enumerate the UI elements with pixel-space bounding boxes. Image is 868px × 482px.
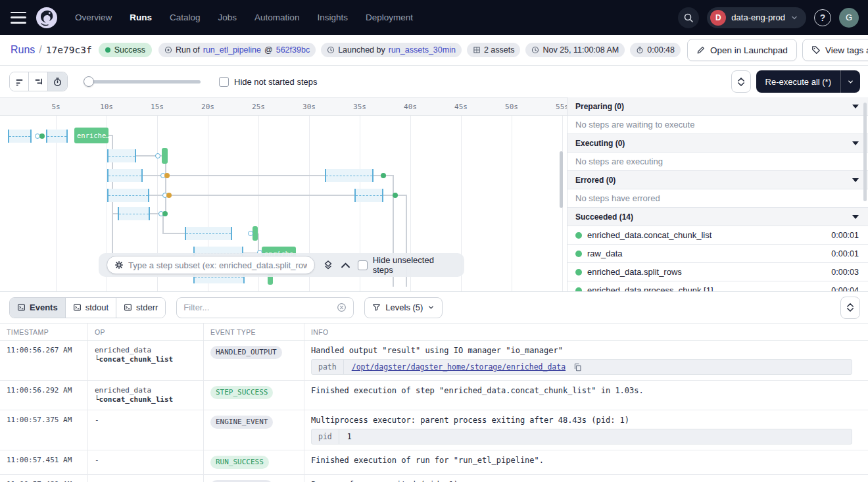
view-waterfall-button[interactable] — [29, 72, 48, 91]
nav-item[interactable]: Deployment — [366, 12, 413, 22]
log-filter-box[interactable] — [176, 297, 354, 318]
row-text: Executing (0) — [575, 139, 625, 148]
log-row[interactable]: 11:00:57.451 AM - RUN_SUCCESS Finished e… — [0, 450, 868, 475]
log-tab[interactable]: stderr — [116, 298, 165, 318]
steps-panel-row[interactable]: No steps are executing — [567, 153, 868, 171]
user-avatar[interactable]: G — [839, 8, 859, 28]
steps-panel-row[interactable]: enriched_data.split_rows 0:00:03 — [567, 263, 868, 281]
step-subset-inputbox[interactable] — [107, 256, 315, 274]
steps-panel-row[interactable]: raw_data 0:00:01 — [567, 245, 868, 263]
steps-panel-row[interactable]: enriched_data.process_chunk [1] 0:00:04 — [567, 281, 868, 291]
search-button[interactable] — [678, 7, 699, 28]
step-waiting-box[interactable] — [118, 207, 150, 220]
gantt-scrollbar-thumb[interactable] — [560, 151, 563, 208]
reexecute-all-button[interactable]: Re-execute all (*) — [756, 70, 840, 93]
step-waiting-box[interactable] — [46, 130, 68, 143]
log-row[interactable]: 11:00:57.489 AM - ENGINE_EVENT Process f… — [0, 475, 868, 482]
step-marker-dot[interactable] — [248, 231, 253, 236]
levels-filter-button[interactable]: Levels (5) — [364, 297, 443, 318]
tag-assets[interactable]: 2 assets — [467, 43, 521, 57]
header-actions: Open in Launchpad View tags and config — [687, 39, 868, 61]
step-waiting-box[interactable] — [107, 149, 136, 162]
axis-tick-label: 35s — [353, 103, 366, 111]
schedule-link[interactable]: run_assets_30min — [389, 45, 456, 55]
metadata-value[interactable]: 1 — [339, 432, 360, 441]
commit-link[interactable]: 562f39bc — [276, 45, 310, 55]
steps-panel-row[interactable]: Succeeded (14) — [567, 208, 868, 226]
step-marker-dot[interactable] — [166, 193, 172, 198]
dagster-logo-icon[interactable] — [36, 7, 58, 29]
step-bar[interactable] — [162, 148, 168, 164]
step-waiting-box[interactable] — [354, 189, 383, 202]
gantt-chart[interactable]: 5s10s15s20s25s30s35s40s45s50s55s enriche… — [0, 97, 567, 291]
run-tags: Run of run_etl_pipeline @ 562f39bc Launc… — [158, 43, 681, 57]
open-in-launchpad-button[interactable]: Open in Launchpad — [687, 39, 797, 61]
log-op-group: - — [95, 456, 197, 465]
nav-item[interactable]: Catalog — [170, 12, 201, 22]
steps-panel-row[interactable]: Executing (0) — [567, 134, 868, 153]
step-waiting-box[interactable] — [107, 189, 149, 202]
step-marker-dot[interactable] — [393, 193, 398, 198]
view-tags-config-button[interactable]: View tags and config — [802, 39, 868, 61]
workspace-switcher[interactable]: D data-eng-prod — [707, 7, 806, 28]
nav-item[interactable]: Insights — [317, 12, 348, 22]
step-duration: 0:00:04 — [831, 286, 859, 292]
log-panel-resize-button[interactable] — [840, 297, 860, 319]
job-link[interactable]: run_etl_pipeline — [203, 45, 261, 55]
step-waiting-box[interactable] — [8, 130, 32, 143]
nav-item[interactable]: Runs — [130, 12, 152, 22]
checkbox-box[interactable] — [358, 260, 368, 270]
step-bar[interactable]: enriche… — [74, 128, 108, 143]
help-button[interactable]: ? — [814, 9, 831, 26]
step-marker-dot[interactable] — [155, 153, 160, 158]
log-tab[interactable]: stdout — [66, 298, 116, 318]
steps-panel-row[interactable]: Errored (0) — [567, 171, 868, 189]
axis-tick-label: 40s — [404, 103, 417, 111]
steps-panel-row[interactable]: Preparing (0) — [567, 97, 868, 116]
step-waiting-box[interactable] — [107, 169, 143, 182]
step-marker-dot[interactable] — [381, 173, 386, 178]
view-flat-button[interactable] — [10, 72, 29, 91]
step-subset-input[interactable] — [128, 260, 307, 270]
hide-not-started-checkbox[interactable]: Hide not started steps — [219, 77, 317, 87]
collapse-chevron-icon[interactable] — [341, 262, 350, 268]
slider-knob[interactable] — [84, 76, 94, 87]
copy-icon[interactable] — [573, 363, 582, 372]
breadcrumb-runs-link[interactable]: Runs — [11, 44, 35, 56]
log-row[interactable]: 11:00:56.267 AM enriched_data └concat_ch… — [0, 341, 868, 381]
steps-scrollbar-thumb[interactable] — [863, 103, 867, 201]
reexecute-options-button[interactable] — [840, 70, 860, 93]
step-bar[interactable] — [253, 226, 258, 241]
menu-icon[interactable] — [11, 12, 26, 24]
nav-item[interactable]: Automation — [254, 12, 299, 22]
log-row[interactable]: 11:00:57.375 AM - ENGINE_EVENT Multiproc… — [0, 410, 868, 450]
tag-launched-by[interactable]: Launched by run_assets_30min — [321, 43, 462, 57]
log-tab[interactable]: Events — [10, 298, 66, 318]
steps-panel-row[interactable]: No steps have errored — [567, 189, 868, 208]
step-marker-dot[interactable] — [164, 173, 170, 178]
nav-item[interactable]: Overview — [75, 12, 112, 22]
step-waiting-box[interactable] — [185, 227, 232, 240]
step-marker-dot[interactable] — [39, 133, 45, 139]
layers-icon[interactable] — [323, 260, 333, 270]
row-text: Succeeded (14) — [575, 212, 633, 222]
view-timed-button[interactable] — [48, 72, 67, 91]
run-logs: Events stdout stderr — [0, 291, 868, 482]
log-row[interactable]: 11:00:56.292 AM enriched_data └concat_ch… — [0, 381, 868, 410]
slider-track[interactable] — [84, 80, 201, 84]
hide-unselected-checkbox[interactable]: Hide unselected steps — [358, 255, 456, 275]
metadata-value[interactable]: /opt/dagster/dagster_home/storage/enrich… — [344, 362, 573, 372]
step-waiting-box[interactable] — [325, 169, 374, 182]
steps-panel-row[interactable]: No steps are waiting to execute — [567, 116, 868, 134]
log-event-type: ENGINE_EVENT — [204, 410, 304, 450]
log-filter-input[interactable] — [183, 302, 331, 312]
panel-resize-button[interactable] — [731, 70, 751, 93]
nav-item[interactable]: Jobs — [218, 12, 237, 22]
clear-filter-icon[interactable] — [337, 302, 347, 312]
step-marker-dot[interactable] — [162, 211, 168, 216]
gantt-zoom-slider[interactable] — [84, 76, 201, 87]
steps-panel-row[interactable]: enriched_data.concat_chunk_list 0:00:01 — [567, 226, 868, 245]
tag-run-of[interactable]: Run of run_etl_pipeline @ 562f39bc — [158, 43, 316, 57]
checkbox-box[interactable] — [219, 77, 229, 87]
log-event-type: ENGINE_EVENT — [204, 475, 304, 482]
